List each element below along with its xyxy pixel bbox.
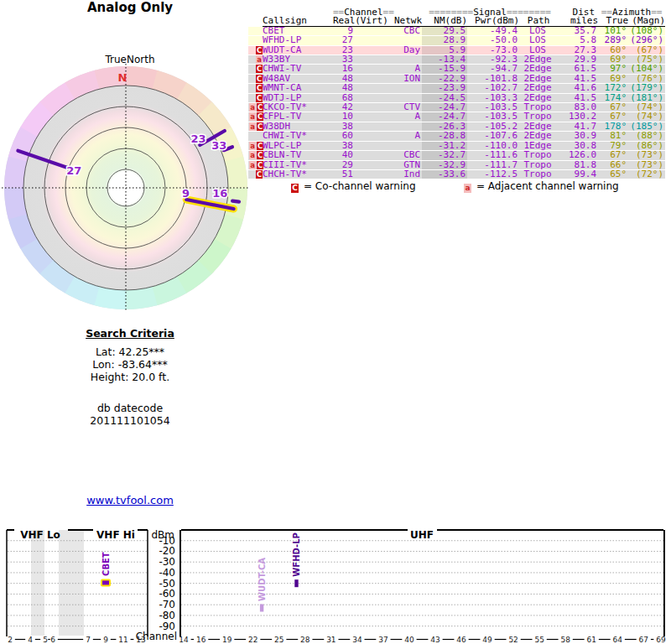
station-marker [102,580,109,584]
channel-tick-label: 52 [508,636,518,644]
channel-tick-label: 13 [136,636,145,644]
band-gap [31,530,44,636]
channel-tick-label: 46 [456,636,466,644]
channel-tick-label: 40 [404,636,414,644]
warning-markers: aC [248,103,263,112]
cell-virtual-channel [355,93,388,102]
search-criteria: Search Criteria Lat: 42.25*** Lon: -83.6… [34,327,226,427]
warning-markers: aC [248,122,263,131]
legend-adjacent-channel-label: = Adjacent channel warning [476,180,619,192]
channel-tick-label: 11 [118,636,127,644]
legend-co-channel-label: = Co-channel warning [304,180,416,192]
station-marker [294,579,298,587]
channel-tick-label: 31 [326,636,336,644]
channel-tick-label: 34 [352,636,362,644]
spectrum-chart: VHF LoVHF HiUHFdBm-10-20-30-40-50-60-70-… [0,524,671,644]
channel-tick-label: 64 [613,636,623,644]
table-row: CCHCH-TV*51Ind-33.6-112.5Tropo99.465°(72… [248,169,665,179]
co-channel-warning-icon: C [256,46,263,55]
channel-tick-label: 43 [430,636,440,644]
warning-markers: C [248,169,263,179]
channel-tick-label: 9 [103,636,108,644]
channel-tick-label: 19 [222,636,232,644]
legend-co-channel: C= Co-channel warning [291,180,416,193]
cell-nm-db: -33.6 [422,169,467,179]
cell-virtual-channel [355,132,388,141]
search-height: Height: 20.0 ft. [34,371,226,383]
channel-tick-label: 14 [179,636,189,644]
spoke-channel-label: 33 [211,139,226,152]
warning-markers: C [248,65,263,74]
co-channel-warning-icon: C [256,65,263,73]
co-channel-warning-icon: C [256,170,263,179]
warning-markers: aC [248,151,263,160]
cell-miles: 99.4 [558,169,598,179]
spoke-channel-label: 9 [182,187,190,200]
cell-network [388,84,422,93]
warning-markers: aC [248,141,263,150]
warning-markers: a [248,55,263,65]
cell-virtual-channel [355,141,388,150]
cell-path: Tropo [519,169,558,179]
adjacent-channel-warning-icon: a [249,142,256,150]
cell-virtual-channel [355,151,388,160]
co-channel-warning-icon: C [291,184,299,193]
cell-azimuth-true: 65° [598,169,628,179]
station-table: ==Channel==========Signal========Dist==A… [248,8,665,179]
adjacent-channel-warning-icon: a [256,55,263,64]
cell-virtual-channel [355,112,388,122]
adjacent-channel-warning-icon: a [249,122,256,131]
warning-markers: C [248,45,263,55]
adjacent-channel-warning-icon: a [249,161,256,169]
warning-legend: C= Co-channel warning a= Adjacent channe… [248,180,668,192]
search-lat: Lat: 42.25*** [34,345,226,358]
search-criteria-title: Search Criteria [34,327,226,340]
tvfool-link[interactable]: www.tvfool.com [86,494,174,506]
station-marker [260,604,263,611]
channel-tick-label: 55 [534,636,544,644]
db-datecode-label: db datecode [34,402,226,414]
cell-power-dbm: -112.5 [467,169,519,179]
channel-tick-label: 2 [8,636,13,644]
channel-tick-label: 61 [586,636,596,644]
warning-markers [248,26,263,35]
spoke-channel-label: 27 [66,164,81,177]
channel-tick-label: 67 [639,636,648,644]
cell-virtual-channel [355,74,388,83]
co-channel-warning-icon: C [256,84,263,92]
channel-tick-label: 7 [86,636,91,644]
search-lon: Lon: -83.64*** [34,358,226,371]
cell-virtual-channel [355,65,388,74]
radar-title: Analog Only [0,0,260,15]
cell-virtual-channel [355,122,388,131]
cell-network: Ind [388,169,422,179]
cell-virtual-channel [355,169,388,179]
cell-virtual-channel [355,160,388,169]
warning-markers: C [248,74,263,83]
channel-tick-label: 22 [248,636,257,644]
warning-markers: C [248,93,263,102]
adjacent-channel-warning-icon: a [249,112,256,121]
co-channel-warning-icon: C [256,94,263,102]
radar-chart: N916233327 [0,64,260,312]
cell-network: Day [388,45,422,55]
cell-azimuth-magnetic: (72°) [628,169,665,179]
cell-callsign: CHCH-TV* [263,169,333,179]
vhf-lo-label: VHF Lo [20,529,60,541]
cell-network: A [388,112,422,122]
cell-virtual-channel [355,45,388,55]
tvfool-link-wrap: www.tvfool.com [34,494,226,506]
adjacent-channel-warning-icon: a [249,103,256,112]
adjacent-channel-warning-icon: a [464,184,471,193]
signal-spoke [232,201,239,202]
station-table-wrap: ==Channel==========Signal========Dist==A… [248,8,668,179]
band-gap [59,530,84,636]
channel-tick-label: 49 [482,636,492,644]
warning-markers: aC [248,112,263,122]
cell-virtual-channel [355,26,388,35]
warning-markers [248,132,263,141]
channel-tick-label: 37 [378,636,388,644]
cell-network: A [388,132,422,141]
cell-real-channel: 51 [333,169,355,179]
channel-tick-label: 25 [274,636,283,644]
